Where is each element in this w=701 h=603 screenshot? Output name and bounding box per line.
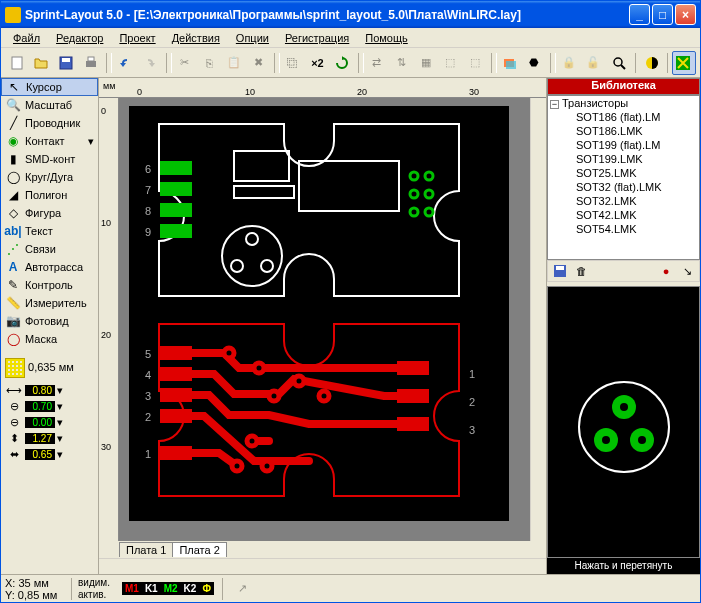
- library-tree[interactable]: −Транзисторы SOT186 (flat).LM SOT186.LMK…: [547, 95, 700, 260]
- grid-setting[interactable]: 0,635 мм: [1, 354, 98, 382]
- menu-actions[interactable]: Действия: [164, 30, 228, 46]
- scrollbar-vertical[interactable]: [530, 98, 546, 541]
- svg-point-14: [222, 226, 282, 286]
- label-visible: видим.: [78, 577, 110, 589]
- tree-item[interactable]: SOT25.LMK: [548, 166, 699, 180]
- undo-button[interactable]: [113, 51, 137, 75]
- svg-point-15: [246, 233, 258, 245]
- paste-button[interactable]: 📋: [222, 51, 246, 75]
- layer-m1[interactable]: M1: [122, 582, 142, 595]
- new-button[interactable]: [5, 51, 29, 75]
- tree-item[interactable]: SOT54.LMK: [548, 222, 699, 236]
- tree-item[interactable]: SOT42.LMK: [548, 208, 699, 222]
- lock-button[interactable]: 🔒: [557, 51, 581, 75]
- param-track-width[interactable]: ⟷0.80▾: [1, 382, 98, 398]
- ungroup-button[interactable]: ⬚: [463, 51, 487, 75]
- param-smd-w[interactable]: ⬍1.27▾: [1, 430, 98, 446]
- svg-rect-20: [160, 203, 192, 217]
- close-button[interactable]: ×: [675, 4, 696, 25]
- tool-conductor[interactable]: ╱Проводник: [1, 114, 98, 132]
- rotate-button[interactable]: [330, 51, 354, 75]
- group-button[interactable]: ⬚: [439, 51, 463, 75]
- tree-item[interactable]: SOT32.LMK: [548, 194, 699, 208]
- menubar: Файл Редактор Проект Действия Опции Реги…: [1, 28, 700, 48]
- drc-button[interactable]: ⬣: [522, 51, 546, 75]
- library-button[interactable]: [672, 51, 696, 75]
- svg-rect-18: [160, 161, 192, 175]
- tree-item[interactable]: SOT186 (flat).LM: [548, 110, 699, 124]
- lib-save-button[interactable]: [550, 262, 570, 280]
- print-button[interactable]: [79, 51, 103, 75]
- canvas-viewport[interactable]: 6 7 8 9: [119, 98, 530, 541]
- menu-options[interactable]: Опции: [228, 30, 277, 46]
- tree-item[interactable]: SOT186.LMK: [548, 124, 699, 138]
- label-active: актив.: [78, 589, 110, 601]
- align-button[interactable]: ▦: [414, 51, 438, 75]
- pcb-canvas[interactable]: 6 7 8 9: [129, 106, 509, 521]
- tool-cursor[interactable]: ↖Курсор: [1, 78, 98, 96]
- tool-control[interactable]: ✎Контроль: [1, 276, 98, 294]
- lib-arrow-button[interactable]: ↘: [677, 262, 697, 280]
- layer-button[interactable]: [498, 51, 522, 75]
- status-arrow-button[interactable]: ↗: [231, 577, 255, 601]
- param-pad-inner[interactable]: ⊖0.00▾: [1, 414, 98, 430]
- titlebar-text: Sprint-Layout 5.0 - [E:\Электроника\Прог…: [25, 8, 629, 22]
- param-smd-h[interactable]: ⬌0.65▾: [1, 446, 98, 462]
- svg-point-29: [425, 190, 433, 198]
- tool-measure[interactable]: 📏Измеритель: [1, 294, 98, 312]
- tree-item[interactable]: SOT199 (flat).LM: [548, 138, 699, 152]
- tool-photoview[interactable]: 📷Фотовид: [1, 312, 98, 330]
- scrollbar-horizontal[interactable]: [99, 558, 546, 574]
- tree-parent[interactable]: −Транзисторы: [548, 96, 699, 110]
- tool-contact[interactable]: ◉Контакт▾: [1, 132, 98, 150]
- tool-mask[interactable]: ◯Маска: [1, 330, 98, 348]
- menu-file[interactable]: Файл: [5, 30, 48, 46]
- param-pad-outer[interactable]: ⊖0.70▾: [1, 398, 98, 414]
- menu-help[interactable]: Помощь: [357, 30, 416, 46]
- tree-item[interactable]: SOT32 (flat).LMK: [548, 180, 699, 194]
- layer-ph[interactable]: Ф: [199, 582, 214, 595]
- status-coordinates: X: 35 мм Y: 0,85 мм: [5, 577, 65, 601]
- minimize-button[interactable]: _: [629, 4, 650, 25]
- open-button[interactable]: [30, 51, 54, 75]
- svg-rect-0: [12, 57, 22, 69]
- svg-rect-2: [62, 58, 70, 62]
- lib-record-button[interactable]: ●: [656, 262, 676, 280]
- tool-polygon[interactable]: ◢Полигон: [1, 186, 98, 204]
- save-button[interactable]: [54, 51, 78, 75]
- zoom-x2-button[interactable]: ×2: [306, 51, 330, 75]
- layer-indicators[interactable]: M1 K1 M2 K2 Ф: [122, 582, 214, 595]
- titlebar: Sprint-Layout 5.0 - [E:\Электроника\Прог…: [1, 1, 700, 28]
- layer-k2[interactable]: K2: [181, 582, 200, 595]
- mirror-v-button[interactable]: ⇅: [389, 51, 413, 75]
- tool-smd[interactable]: ▮SMD-конт: [1, 150, 98, 168]
- mirror-h-button[interactable]: ⇄: [365, 51, 389, 75]
- copy-button[interactable]: ⎘: [197, 51, 221, 75]
- svg-rect-32: [160, 346, 192, 360]
- maximize-button[interactable]: □: [652, 4, 673, 25]
- menu-editor[interactable]: Редактор: [48, 30, 111, 46]
- lib-delete-button[interactable]: 🗑: [571, 262, 591, 280]
- tool-links[interactable]: ⋰Связи: [1, 240, 98, 258]
- menu-project[interactable]: Проект: [111, 30, 163, 46]
- component-preview[interactable]: [547, 286, 700, 558]
- zoom-tool-button[interactable]: [607, 51, 631, 75]
- tool-autoroute[interactable]: AАвтотрасса: [1, 258, 98, 276]
- layer-k1[interactable]: K1: [142, 582, 161, 595]
- unlock-button[interactable]: 🔓: [582, 51, 606, 75]
- tool-arc[interactable]: ◯Круг/Дуга: [1, 168, 98, 186]
- redo-button[interactable]: [138, 51, 162, 75]
- tool-shape[interactable]: ◇Фигура: [1, 204, 98, 222]
- tab-board-1[interactable]: Плата 1: [119, 542, 173, 557]
- tree-item[interactable]: SOT199.LMK: [548, 152, 699, 166]
- contrast-button[interactable]: [640, 51, 664, 75]
- menu-registration[interactable]: Регистрация: [277, 30, 357, 46]
- duplicate-button[interactable]: ⿻: [281, 51, 305, 75]
- tool-zoom[interactable]: 🔍Масштаб: [1, 96, 98, 114]
- cut-button[interactable]: ✂: [173, 51, 197, 75]
- delete-button[interactable]: ✖: [246, 51, 270, 75]
- tab-board-2[interactable]: Плата 2: [172, 542, 226, 557]
- tool-text[interactable]: ab|Текст: [1, 222, 98, 240]
- svg-text:7: 7: [145, 184, 151, 196]
- layer-m2[interactable]: M2: [161, 582, 181, 595]
